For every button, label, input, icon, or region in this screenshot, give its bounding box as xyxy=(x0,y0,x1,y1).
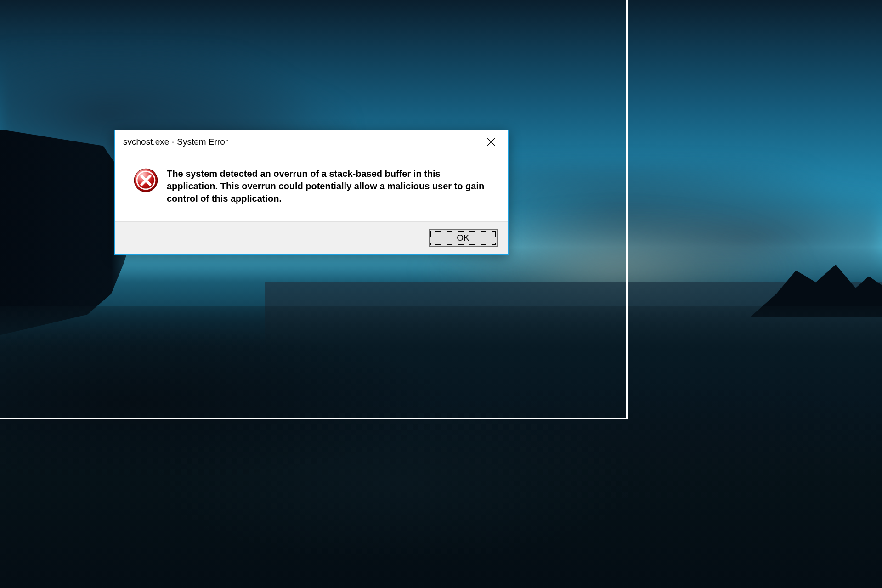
error-dialog: svchost.exe - System Error xyxy=(114,130,509,255)
close-button[interactable] xyxy=(481,134,501,150)
ok-button[interactable]: OK xyxy=(429,229,498,247)
error-message: The system detected an overrun of a stac… xyxy=(167,167,494,205)
dialog-title: svchost.exe - System Error xyxy=(123,137,228,147)
dialog-footer: OK xyxy=(115,221,508,254)
error-icon xyxy=(133,168,158,193)
dialog-titlebar[interactable]: svchost.exe - System Error xyxy=(115,130,508,154)
desktop-wallpaper xyxy=(0,0,882,588)
dialog-body: The system detected an overrun of a stac… xyxy=(115,154,508,221)
close-icon xyxy=(487,138,495,146)
